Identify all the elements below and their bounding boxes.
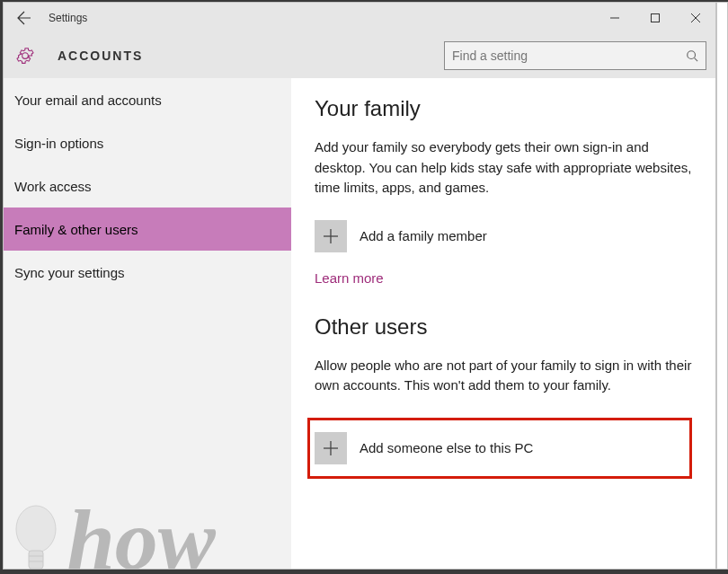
your-family-description: Add your family so everybody gets their … xyxy=(315,137,692,199)
sidebar-item-sync-settings[interactable]: Sync your settings xyxy=(4,251,291,294)
titlebar-top: Settings xyxy=(4,3,715,33)
svg-rect-1 xyxy=(651,14,659,22)
back-arrow-icon xyxy=(17,11,31,25)
add-family-member-button[interactable]: Add a family member xyxy=(315,220,692,252)
learn-more-link[interactable]: Learn more xyxy=(315,270,384,286)
maximize-icon xyxy=(651,13,660,22)
close-button[interactable] xyxy=(675,4,715,31)
svg-line-5 xyxy=(695,58,698,62)
page-title: ACCOUNTS xyxy=(58,49,444,63)
plus-icon xyxy=(323,228,339,244)
sidebar: Your email and accounts Sign-in options … xyxy=(4,78,291,569)
your-family-heading: Your family xyxy=(315,96,692,121)
add-someone-label: Add someone else to this PC xyxy=(360,440,533,455)
window-controls xyxy=(594,4,715,31)
other-users-description: Allow people who are not part of your fa… xyxy=(315,356,692,396)
sidebar-item-label: Sync your settings xyxy=(14,265,125,280)
window-title: Settings xyxy=(45,12,594,24)
sidebar-item-label: Sign-in options xyxy=(14,136,103,151)
sidebar-item-label: Your email and accounts xyxy=(14,93,162,108)
plus-box xyxy=(315,432,347,464)
titlebar: Settings ACCOUNTS xyxy=(4,3,715,78)
search-box[interactable] xyxy=(444,41,706,70)
minimize-icon xyxy=(610,13,619,22)
add-someone-else-button[interactable]: Add someone else to this PC xyxy=(307,418,692,479)
add-family-label: Add a family member xyxy=(360,228,487,243)
maximize-button[interactable] xyxy=(635,4,675,31)
search-input[interactable] xyxy=(452,49,686,63)
gear-icon xyxy=(14,45,36,66)
header-row: ACCOUNTS xyxy=(4,33,715,78)
close-icon xyxy=(691,13,700,22)
minimize-button[interactable] xyxy=(594,4,635,31)
content-pane: Your family Add your family so everybody… xyxy=(291,78,715,569)
background-window-edge xyxy=(716,2,728,570)
plus-icon xyxy=(323,440,339,456)
body-area: Your email and accounts Sign-in options … xyxy=(4,78,715,569)
sidebar-item-signin-options[interactable]: Sign-in options xyxy=(4,121,291,164)
plus-box xyxy=(315,220,347,252)
sidebar-item-label: Work access xyxy=(14,179,92,194)
sidebar-item-email-accounts[interactable]: Your email and accounts xyxy=(4,78,291,121)
sidebar-item-work-access[interactable]: Work access xyxy=(4,164,291,208)
sidebar-item-family-other-users[interactable]: Family & other users xyxy=(4,208,291,251)
svg-point-4 xyxy=(688,51,696,59)
other-users-heading: Other users xyxy=(315,314,692,340)
search-icon xyxy=(686,49,698,62)
settings-window: Settings ACCOUNTS xyxy=(3,2,716,570)
back-button[interactable] xyxy=(4,3,45,33)
sidebar-item-label: Family & other users xyxy=(14,222,138,237)
